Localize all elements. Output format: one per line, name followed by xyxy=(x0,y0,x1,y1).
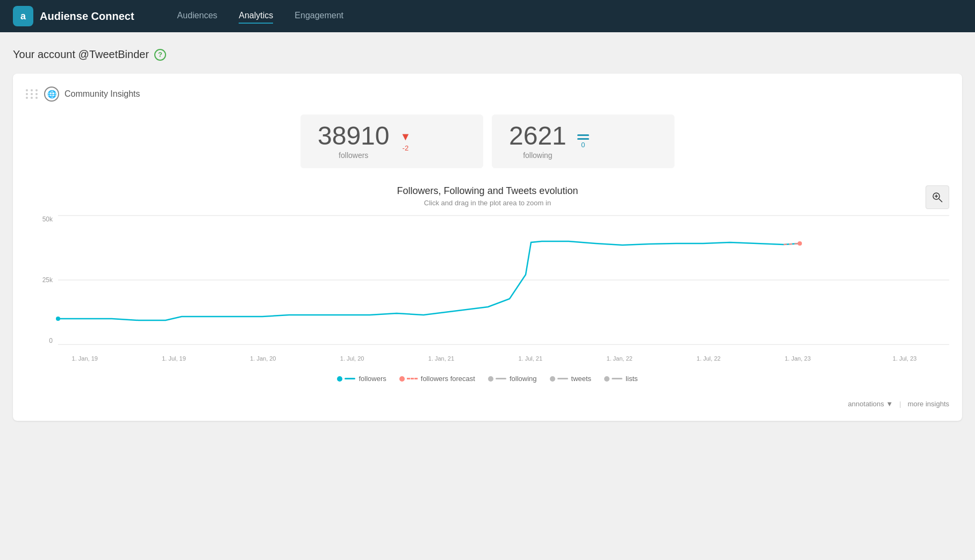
card-header: 🌐 Community Insights xyxy=(26,87,949,102)
more-insights-button[interactable]: more insights xyxy=(908,400,949,408)
legend-tweets-label: tweets xyxy=(571,375,592,383)
help-icon[interactable]: ? xyxy=(154,49,166,61)
following-indicator: 0 xyxy=(577,134,589,149)
followers-stat-main: 38910 followers xyxy=(318,123,389,160)
chart-dot xyxy=(56,317,60,321)
legend-lists-label: lists xyxy=(626,375,637,383)
chart-subtitle: Click and drag in the plot area to zoom … xyxy=(26,199,949,207)
following-stat-main: 2621 following xyxy=(509,123,567,160)
nav-item-audiences[interactable]: Audiences xyxy=(177,9,218,24)
following-stat-box: 2621 following 0 xyxy=(492,114,675,168)
svg-text:1. Jul, 22: 1. Jul, 22 xyxy=(697,355,721,362)
chart-title: Followers, Following and Tweets evolutio… xyxy=(26,185,949,197)
drag-handle[interactable] xyxy=(26,89,39,99)
card-title: Community Insights xyxy=(64,89,140,99)
y-label-0: 0 xyxy=(26,337,53,344)
svg-text:1. Jan, 19: 1. Jan, 19 xyxy=(72,355,98,362)
chart-container[interactable]: 50k 25k 0 1. Jan, 19 1. Jul, 19 1. Jan, … xyxy=(26,216,949,366)
following-number: 2621 xyxy=(509,123,567,149)
logo-icon: a xyxy=(13,6,33,26)
legend-following-dot xyxy=(488,376,493,382)
community-insights-card: 🌐 Community Insights 38910 followers ▼ -… xyxy=(13,74,962,421)
nav-item-analytics[interactable]: Analytics xyxy=(239,9,273,24)
legend-following-line xyxy=(496,378,506,379)
chart-svg[interactable]: 1. Jan, 19 1. Jul, 19 1. Jan, 20 1. Jul,… xyxy=(58,216,949,344)
svg-text:1. Jan, 22: 1. Jan, 22 xyxy=(606,355,632,362)
logo-text: Audiense Connect xyxy=(40,10,134,23)
stats-row: 38910 followers ▼ -2 2621 following xyxy=(26,114,949,168)
legend-lists-dot xyxy=(604,376,610,382)
svg-line-1 xyxy=(939,199,942,202)
equal-icon xyxy=(577,134,589,140)
svg-text:1. Jul, 21: 1. Jul, 21 xyxy=(518,355,542,362)
followers-stat-box: 38910 followers ▼ -2 xyxy=(300,114,483,168)
legend-forecast-line xyxy=(407,378,418,379)
svg-text:1. Jul, 23: 1. Jul, 23 xyxy=(893,355,917,362)
legend-tweets-line xyxy=(557,378,568,379)
legend-followers: followers xyxy=(337,375,386,383)
legend-following: following xyxy=(488,375,537,383)
followers-indicator: ▼ -2 xyxy=(400,131,411,152)
annotations-button[interactable]: annotations ▼ xyxy=(848,400,893,408)
legend-lists: lists xyxy=(604,375,637,383)
main-nav: Audiences Analytics Engagement xyxy=(177,9,343,24)
legend-followers-line xyxy=(345,378,355,379)
bottom-bar: annotations ▼ | more insights xyxy=(26,393,949,408)
followers-change: -2 xyxy=(403,144,409,152)
globe-icon: 🌐 xyxy=(44,87,59,102)
y-label-25k: 25k xyxy=(26,276,53,284)
y-axis-labels: 50k 25k 0 xyxy=(26,216,53,344)
legend-followers-dot xyxy=(337,376,342,382)
logo: a Audiense Connect xyxy=(13,6,134,26)
followers-label: followers xyxy=(318,151,389,160)
main-content: Your account @TweetBinder ? 🌐 Community … xyxy=(0,32,975,437)
legend-forecast-label: followers forecast xyxy=(421,375,475,383)
legend-lists-line xyxy=(612,378,622,379)
svg-text:1. Jul, 20: 1. Jul, 20 xyxy=(340,355,364,362)
chart-section: Followers, Following and Tweets evolutio… xyxy=(26,185,949,383)
svg-text:1. Jul, 19: 1. Jul, 19 xyxy=(162,355,186,362)
following-change: 0 xyxy=(581,141,585,149)
followers-forecast-line xyxy=(784,243,800,245)
zoom-button[interactable] xyxy=(926,185,949,209)
legend-forecast-dot xyxy=(399,376,405,382)
nav-item-engagement[interactable]: Engagement xyxy=(295,9,343,24)
y-label-50k: 50k xyxy=(26,216,53,223)
page-title-area: Your account @TweetBinder ? xyxy=(13,48,962,61)
svg-text:1. Jan, 21: 1. Jan, 21 xyxy=(428,355,454,362)
svg-text:1. Jan, 20: 1. Jan, 20 xyxy=(250,355,276,362)
legend-tweets-dot xyxy=(550,376,555,382)
following-label: following xyxy=(509,151,567,160)
followers-number: 38910 xyxy=(318,123,389,149)
down-arrow-icon: ▼ xyxy=(400,131,411,143)
bottom-divider: | xyxy=(899,400,901,408)
legend-followers-label: followers xyxy=(359,375,386,383)
legend-forecast: followers forecast xyxy=(399,375,475,383)
page-title: Your account @TweetBinder xyxy=(13,48,149,61)
chart-title-area: Followers, Following and Tweets evolutio… xyxy=(26,185,949,207)
chart-dot-end xyxy=(798,241,802,246)
header: a Audiense Connect Audiences Analytics E… xyxy=(0,0,975,32)
chart-legend: followers followers forecast following xyxy=(26,375,949,383)
legend-tweets: tweets xyxy=(550,375,592,383)
svg-text:1. Jan, 23: 1. Jan, 23 xyxy=(785,355,811,362)
legend-following-label: following xyxy=(510,375,537,383)
followers-line xyxy=(58,241,800,320)
